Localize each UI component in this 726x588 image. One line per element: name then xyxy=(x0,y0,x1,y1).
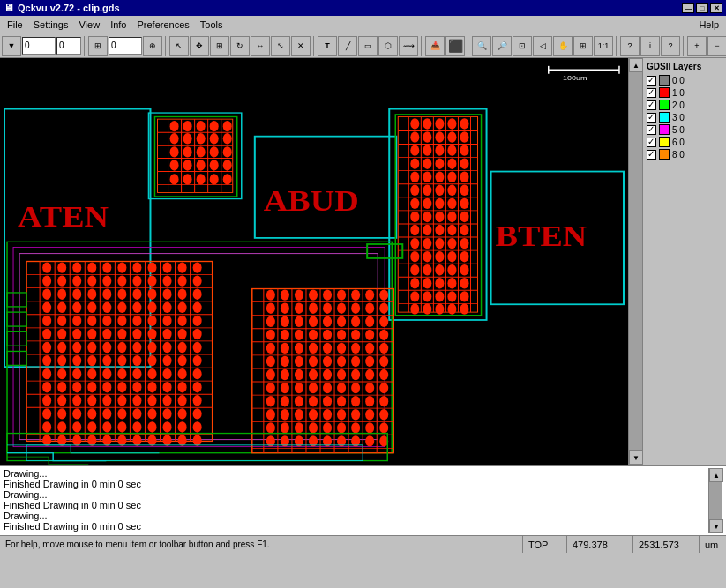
toolbar-input-2[interactable] xyxy=(56,37,81,55)
toolbar-btn-zoom-100[interactable]: 1:1 xyxy=(594,36,613,56)
toolbar-btn-info2[interactable]: i xyxy=(640,36,660,56)
svg-point-284 xyxy=(193,382,202,392)
layer-checkbox-2[interactable] xyxy=(647,100,656,110)
svg-point-137 xyxy=(447,291,456,301)
svg-point-457 xyxy=(365,435,374,446)
svg-point-314 xyxy=(147,421,156,432)
toolbar-group-filter: ▼ xyxy=(2,36,85,56)
toolbar-input-3[interactable] xyxy=(109,37,142,55)
menu-help[interactable]: Help xyxy=(693,18,724,32)
menu-file[interactable]: File xyxy=(2,18,28,32)
status-bar: For help, move mouse to menu item or too… xyxy=(0,535,726,553)
toolbar-btn-stretch[interactable]: ⤡ xyxy=(271,36,290,56)
minimize-button[interactable]: — xyxy=(682,3,694,13)
svg-point-290 xyxy=(117,395,126,406)
canvas-area[interactable]: 100um ATEN xyxy=(0,58,628,465)
toolbar-btn-line[interactable]: ╱ xyxy=(338,36,357,56)
toolbar-btn-zoom-out[interactable]: 🔎 xyxy=(492,36,512,56)
svg-point-201 xyxy=(102,289,111,300)
scroll-track[interactable] xyxy=(629,72,642,450)
svg-point-74 xyxy=(410,131,419,142)
toolbar-btn-zoom-fit[interactable]: ⊡ xyxy=(513,36,532,56)
menu-settings[interactable]: Settings xyxy=(28,18,74,32)
toolbar-btn-zoom-prev[interactable]: ◁ xyxy=(533,36,552,56)
toolbar-input-1[interactable] xyxy=(22,37,56,55)
close-button[interactable]: ✕ xyxy=(710,3,722,13)
toolbar-btn-rotate[interactable]: ↻ xyxy=(230,36,250,56)
svg-point-39 xyxy=(170,174,179,184)
svg-point-419 xyxy=(337,383,346,393)
layer-checkbox-6[interactable] xyxy=(647,150,656,160)
menu-tools[interactable]: Tools xyxy=(195,18,228,32)
menu-view[interactable]: View xyxy=(73,18,105,32)
toolbar-btn-snap[interactable]: ⊕ xyxy=(143,36,162,56)
svg-point-412 xyxy=(365,369,374,380)
toolbar-btn-minus[interactable]: − xyxy=(707,36,726,56)
menu-preferences[interactable]: Preferences xyxy=(132,18,195,32)
svg-point-355 xyxy=(323,289,332,300)
svg-point-273 xyxy=(193,368,202,379)
toolbar-btn-zoom-in[interactable]: 🔍 xyxy=(472,36,491,56)
toolbar-btn-grid[interactable]: ⊞ xyxy=(88,36,108,56)
toolbar-btn-delete[interactable]: ✕ xyxy=(291,36,311,56)
svg-point-400 xyxy=(323,356,332,367)
maximize-button[interactable]: □ xyxy=(696,3,708,13)
layer-row-3: 3 0 xyxy=(647,112,722,123)
svg-point-84 xyxy=(410,158,419,168)
svg-point-105 xyxy=(423,212,431,222)
toolbar-btn-rect[interactable]: ▭ xyxy=(358,36,378,56)
layer-checkbox-5[interactable] xyxy=(647,138,656,147)
svg-point-356 xyxy=(337,289,346,300)
log-scroll-track[interactable] xyxy=(709,482,722,519)
svg-point-135 xyxy=(423,291,431,301)
log-scroll-down[interactable]: ▼ xyxy=(709,519,723,533)
toolbar-btn-stop[interactable]: ⬛ xyxy=(445,36,465,56)
menu-info[interactable]: Info xyxy=(105,18,131,32)
filter-button[interactable]: ▼ xyxy=(2,36,21,56)
toolbar-btn-zoom-box[interactable]: ⊞ xyxy=(573,36,593,56)
svg-point-383 xyxy=(337,330,346,340)
toolbar-btn-copy[interactable]: ⊞ xyxy=(210,36,229,56)
layer-checkbox-1[interactable] xyxy=(647,88,656,98)
svg-point-247 xyxy=(132,342,141,353)
svg-point-139 xyxy=(410,303,419,314)
toolbar-btn-mirror[interactable]: ↔ xyxy=(251,36,270,56)
toolbar-btn-help[interactable]: ? xyxy=(620,36,640,56)
svg-point-301 xyxy=(117,408,126,419)
title-bar-controls[interactable]: — □ ✕ xyxy=(682,3,722,13)
svg-point-126 xyxy=(435,264,444,275)
toolbar-btn-select[interactable]: ↖ xyxy=(169,36,189,56)
svg-point-82 xyxy=(447,145,456,155)
scroll-down-button[interactable]: ▼ xyxy=(629,450,643,465)
toolbar-btn-plus[interactable]: + xyxy=(687,36,707,56)
svg-point-121 xyxy=(435,251,444,262)
toolbar-btn-text[interactable]: T xyxy=(318,36,337,56)
layer-checkbox-3[interactable] xyxy=(647,113,656,123)
toolbar-btn-settings2[interactable]: ? xyxy=(661,36,680,56)
toolbar-btn-import[interactable]: 📥 xyxy=(425,36,445,56)
svg-point-225 xyxy=(132,316,141,326)
svg-point-436 xyxy=(323,409,332,420)
svg-point-420 xyxy=(351,383,360,393)
canvas-vertical-scrollbar[interactable]: ▲ ▼ xyxy=(628,58,642,465)
toolbar-btn-move[interactable]: ✥ xyxy=(190,36,209,56)
toolbar-group-io: 📥 ⬛ xyxy=(425,36,468,56)
toolbar-btn-path[interactable]: ⟿ xyxy=(399,36,418,56)
svg-point-375 xyxy=(351,316,360,327)
svg-point-405 xyxy=(266,369,275,380)
svg-point-217 xyxy=(178,302,187,313)
svg-point-228 xyxy=(178,316,187,326)
toolbar-btn-pan[interactable]: ✋ xyxy=(553,36,573,56)
svg-point-304 xyxy=(163,408,172,419)
toolbar-btn-poly[interactable]: ⬡ xyxy=(378,36,398,56)
log-scrollbar[interactable]: ▲ ▼ xyxy=(708,468,722,533)
log-scroll-up[interactable]: ▲ xyxy=(709,468,723,482)
svg-point-75 xyxy=(423,131,431,142)
log-line-3: Finished Drawing in 0 min 0 sec xyxy=(4,500,708,510)
toolbar-group-draw: T ╱ ▭ ⬡ ⟿ xyxy=(318,36,422,56)
scroll-up-button[interactable]: ▲ xyxy=(629,58,643,72)
layer-checkbox-4[interactable] xyxy=(647,125,656,135)
svg-point-445 xyxy=(323,422,332,433)
svg-point-312 xyxy=(117,421,126,432)
layer-checkbox-0[interactable] xyxy=(647,76,656,86)
